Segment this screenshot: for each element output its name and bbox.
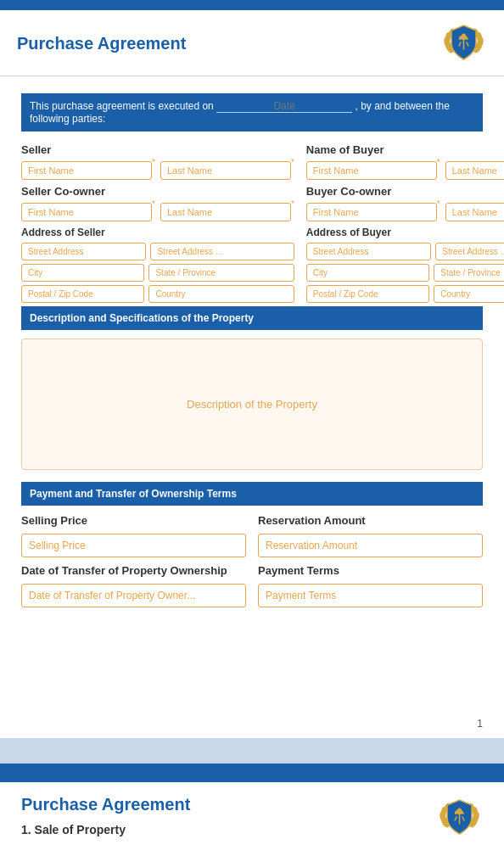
seller-firstname-input[interactable] <box>21 161 152 180</box>
reservation-amount-label: Reservation Amount <box>258 514 483 527</box>
buyer-co-firstname-wrap: * <box>306 203 440 221</box>
buyer-lastname-input[interactable] <box>445 161 504 180</box>
buyer-co-lastname-wrap: * <box>445 203 504 221</box>
seller-postal-input[interactable] <box>21 285 144 303</box>
buyer-lastname-wrap: * <box>445 161 504 180</box>
payment-terms-col: Payment Terms <box>258 564 483 607</box>
page2-blue-bar <box>0 764 504 782</box>
parties-section: Seller * * Seller Co-owner * <box>21 143 483 306</box>
reservation-amount-col: Reservation Amount <box>258 514 483 557</box>
buyer-address-row3 <box>306 285 504 303</box>
date-transfer-col: Date of Transfer of Property Ownership <box>21 564 246 607</box>
buyer-label: Name of Buyer <box>306 143 504 156</box>
page-2: Purchase Agreement 1. Sale of Property <box>0 738 504 856</box>
payment-terms-input[interactable] <box>258 584 483 607</box>
seller-lastname-input[interactable] <box>160 161 291 180</box>
seller-coowner-label: Seller Co-owner <box>21 185 294 198</box>
seller-street-input[interactable] <box>21 243 146 260</box>
seller-street2-input[interactable] <box>150 243 294 260</box>
seller-address-row3 <box>21 285 294 303</box>
seller-co-firstname-input[interactable] <box>21 203 152 221</box>
buyer-co-firstname-required: * <box>437 199 440 209</box>
buyer-co-firstname-input[interactable] <box>306 203 437 221</box>
payment-terms-label: Payment Terms <box>258 564 483 577</box>
date-transfer-input[interactable] <box>21 584 246 607</box>
page2-gray-bar <box>0 738 504 764</box>
buyer-firstname-required: * <box>437 158 440 167</box>
seller-state-input[interactable] <box>148 264 294 282</box>
buyer-street2-input[interactable] <box>435 243 504 260</box>
selling-price-col: Selling Price <box>21 514 246 557</box>
buyer-firstname-input[interactable] <box>306 161 437 180</box>
intro-bar: This purchase agreement is executed on ,… <box>21 93 483 131</box>
date-input[interactable] <box>216 100 352 113</box>
page-number: 1 <box>477 718 483 730</box>
seller-co-lastname-input[interactable] <box>160 203 291 221</box>
buyer-postal-input[interactable] <box>306 285 429 303</box>
svg-point-17 <box>457 808 462 813</box>
buyer-country-input[interactable] <box>434 285 504 303</box>
page2-logo-icon <box>436 795 483 842</box>
seller-firstname-wrap: * <box>21 161 155 180</box>
page-body: This purchase agreement is executed on ,… <box>0 76 504 631</box>
payment-bar: Payment and Transfer of Ownership Terms <box>21 482 483 506</box>
page2-sale-title: 1. Sale of Property <box>21 823 436 836</box>
seller-firstname-required: * <box>152 158 155 167</box>
seller-lastname-wrap: * <box>160 161 294 180</box>
date-transfer-label: Date of Transfer of Property Ownership <box>21 564 246 577</box>
page2-content: Purchase Agreement 1. Sale of Property <box>0 782 504 854</box>
seller-co-firstname-wrap: * <box>21 203 155 221</box>
seller-label: Seller <box>21 143 294 156</box>
seller-co-lastname-required: * <box>291 199 294 209</box>
description-bar: Description and Specifications of the Pr… <box>21 306 483 330</box>
header-bar <box>0 0 504 10</box>
buyer-city-input[interactable] <box>306 264 429 282</box>
page2-title: Purchase Agreement <box>21 795 436 814</box>
seller-section: Seller * * Seller Co-owner * <box>21 143 294 306</box>
seller-city-input[interactable] <box>21 264 144 282</box>
page-title: Purchase Agreement <box>17 34 186 53</box>
seller-co-lastname-wrap: * <box>160 203 294 221</box>
description-field-wrap: Description of the Property <box>21 338 483 470</box>
buyer-address-row1 <box>306 243 504 260</box>
description-placeholder-text: Description of the Property <box>187 398 317 411</box>
page-header-content: Purchase Agreement <box>0 10 504 76</box>
seller-coowner-row: * * <box>21 203 294 221</box>
buyer-section: Name of Buyer * * Buyer Co-owner * <box>306 143 504 306</box>
buyer-coowner-label: Buyer Co-owner <box>306 185 504 198</box>
buyer-firstname-wrap: * <box>306 161 440 180</box>
seller-name-row: * * <box>21 161 294 180</box>
buyer-co-lastname-input[interactable] <box>445 203 504 221</box>
page-1: Purchase Agreement <box>0 0 504 738</box>
seller-co-firstname-required: * <box>152 199 155 209</box>
buyer-state-input[interactable] <box>434 264 504 282</box>
buyer-coowner-row: * * <box>306 203 504 221</box>
buyer-address-row2 <box>306 264 504 282</box>
seller-address-row2 <box>21 264 294 282</box>
seller-address-label: Address of Seller <box>21 227 294 238</box>
seller-lastname-required: * <box>291 158 294 167</box>
buyer-street-input[interactable] <box>306 243 431 260</box>
seller-country-input[interactable] <box>148 285 294 303</box>
reservation-amount-input[interactable] <box>258 534 483 557</box>
svg-point-8 <box>462 34 466 38</box>
selling-price-input[interactable] <box>21 534 246 557</box>
intro-text-before: This purchase agreement is executed on <box>30 100 214 112</box>
logo-icon <box>440 20 487 67</box>
seller-address-row1 <box>21 243 294 260</box>
payment-cols: Selling Price Reservation Amount <box>21 514 483 557</box>
buyer-name-row: * * <box>306 161 504 180</box>
payment-cols-2: Date of Transfer of Property Ownership P… <box>21 564 483 607</box>
selling-price-label: Selling Price <box>21 514 246 527</box>
page2-title-section: Purchase Agreement 1. Sale of Property <box>21 795 436 836</box>
buyer-address-label: Address of Buyer <box>306 227 504 238</box>
